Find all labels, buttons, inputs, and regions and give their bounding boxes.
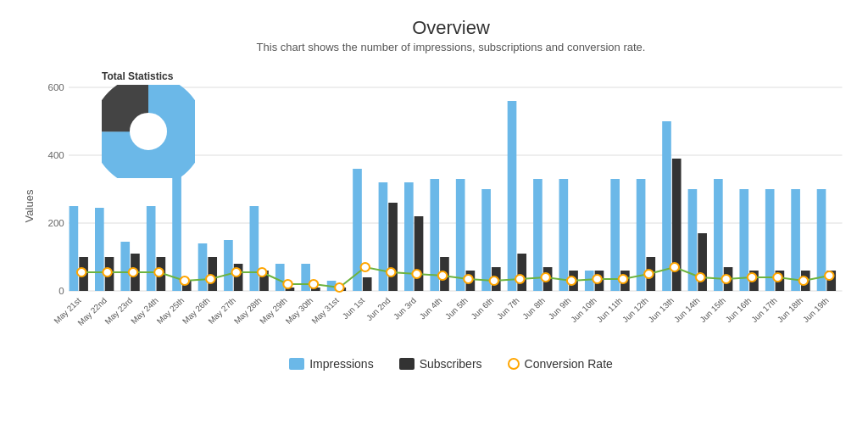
subscribers-color — [399, 358, 415, 370]
svg-point-99 — [825, 271, 833, 280]
svg-text:May 31st: May 31st — [309, 296, 341, 326]
svg-text:Jun 19th: Jun 19th — [801, 296, 831, 324]
svg-point-80 — [335, 283, 343, 292]
svg-rect-35 — [388, 203, 398, 291]
svg-text:May 26th: May 26th — [181, 296, 212, 326]
svg-rect-33 — [363, 277, 372, 291]
svg-text:Jun 15th: Jun 15th — [698, 296, 727, 324]
svg-text:May 25th: May 25th — [154, 296, 186, 326]
svg-point-84 — [438, 271, 447, 280]
svg-text:Jun 8th: Jun 8th — [520, 296, 547, 321]
pie-chart — [102, 85, 195, 178]
svg-rect-44 — [508, 101, 517, 291]
svg-point-77 — [258, 268, 266, 276]
svg-point-79 — [309, 280, 318, 288]
svg-point-98 — [799, 276, 808, 285]
svg-point-86 — [490, 276, 498, 285]
svg-point-83 — [412, 270, 420, 278]
svg-point-70 — [77, 268, 86, 276]
svg-rect-28 — [301, 264, 310, 291]
svg-point-88 — [541, 273, 549, 282]
svg-point-87 — [515, 275, 524, 283]
svg-text:0: 0 — [58, 286, 64, 296]
svg-rect-37 — [415, 216, 424, 291]
legend: Impressions Subscribers Conversion Rate — [51, 357, 851, 371]
svg-text:May 30th: May 30th — [283, 296, 314, 326]
svg-text:Jun 16th: Jun 16th — [724, 296, 754, 324]
svg-point-94 — [696, 273, 704, 282]
svg-text:Jun 10th: Jun 10th — [569, 296, 598, 324]
svg-point-92 — [644, 270, 653, 278]
svg-text:600: 600 — [47, 82, 64, 92]
svg-rect-42 — [481, 189, 491, 291]
svg-text:Jun 1st: Jun 1st — [341, 296, 367, 321]
svg-rect-52 — [610, 179, 620, 291]
svg-point-76 — [231, 268, 240, 276]
subscribers-label: Subscribers — [420, 357, 482, 371]
svg-text:Jun 2nd: Jun 2nd — [364, 296, 392, 322]
svg-text:Jun 11th: Jun 11th — [594, 296, 624, 324]
svg-text:Jun 13th: Jun 13th — [646, 296, 676, 324]
svg-rect-20 — [198, 243, 208, 291]
chart-subtitle: This chart shows the number of impressio… — [51, 41, 851, 53]
chart-container: Overview This chart shows the number of … — [0, 0, 868, 430]
svg-text:Jun 7th: Jun 7th — [495, 296, 521, 321]
svg-rect-22 — [224, 240, 233, 291]
legend-impressions: Impressions — [289, 357, 373, 371]
svg-text:Jun 18th: Jun 18th — [775, 296, 804, 324]
svg-rect-66 — [791, 189, 800, 291]
svg-point-74 — [181, 276, 189, 285]
svg-rect-12 — [95, 208, 104, 291]
svg-point-97 — [773, 273, 782, 282]
svg-text:Jun 4th: Jun 4th — [417, 296, 443, 321]
svg-point-90 — [593, 275, 601, 283]
chart-area: Values Total Statistics 0200400600May 21… — [51, 62, 851, 350]
svg-rect-40 — [456, 179, 465, 291]
pie-title: Total Statistics — [102, 70, 212, 82]
impressions-color — [289, 358, 304, 370]
svg-text:Jun 12th: Jun 12th — [620, 296, 650, 324]
svg-text:May 29th: May 29th — [258, 296, 289, 326]
conversion-color — [508, 358, 520, 370]
pie-overlay: Total Statistics — [102, 70, 212, 178]
svg-rect-46 — [533, 179, 542, 291]
svg-text:Jun 17th: Jun 17th — [749, 296, 779, 324]
svg-rect-45 — [517, 254, 526, 291]
chart-title: Overview — [51, 17, 851, 39]
svg-rect-16 — [147, 206, 156, 291]
svg-rect-48 — [559, 179, 569, 291]
svg-text:May 23rd: May 23rd — [103, 296, 134, 327]
svg-text:Jun 6th: Jun 6th — [469, 296, 495, 321]
svg-point-96 — [748, 273, 756, 282]
svg-text:400: 400 — [47, 150, 64, 160]
svg-rect-60 — [714, 179, 723, 291]
svg-text:Jun 5th: Jun 5th — [443, 296, 470, 321]
svg-rect-10 — [70, 206, 79, 291]
svg-point-95 — [721, 275, 730, 283]
svg-text:200: 200 — [47, 218, 64, 228]
svg-rect-14 — [120, 242, 130, 291]
svg-text:Jun 14th: Jun 14th — [672, 296, 702, 324]
svg-text:May 24th: May 24th — [129, 296, 160, 326]
svg-text:Jun 3rd: Jun 3rd — [392, 296, 418, 321]
svg-point-75 — [206, 275, 214, 283]
svg-point-71 — [103, 268, 111, 276]
svg-point-82 — [387, 268, 395, 276]
svg-rect-24 — [250, 206, 259, 291]
svg-point-73 — [154, 268, 163, 276]
svg-point-91 — [619, 275, 627, 283]
svg-rect-26 — [275, 264, 285, 291]
legend-subscribers: Subscribers — [399, 357, 482, 371]
svg-point-78 — [283, 280, 292, 288]
conversion-label: Conversion Rate — [525, 357, 613, 371]
svg-rect-21 — [208, 257, 217, 291]
svg-text:May 28th: May 28th — [232, 296, 264, 326]
y-axis-label: Values — [23, 190, 36, 223]
svg-point-89 — [567, 276, 576, 285]
svg-text:May 27th: May 27th — [206, 296, 237, 326]
svg-point-72 — [129, 268, 137, 276]
svg-point-85 — [464, 275, 472, 283]
legend-conversion: Conversion Rate — [508, 357, 613, 371]
svg-point-93 — [670, 263, 679, 271]
impressions-label: Impressions — [309, 357, 373, 371]
